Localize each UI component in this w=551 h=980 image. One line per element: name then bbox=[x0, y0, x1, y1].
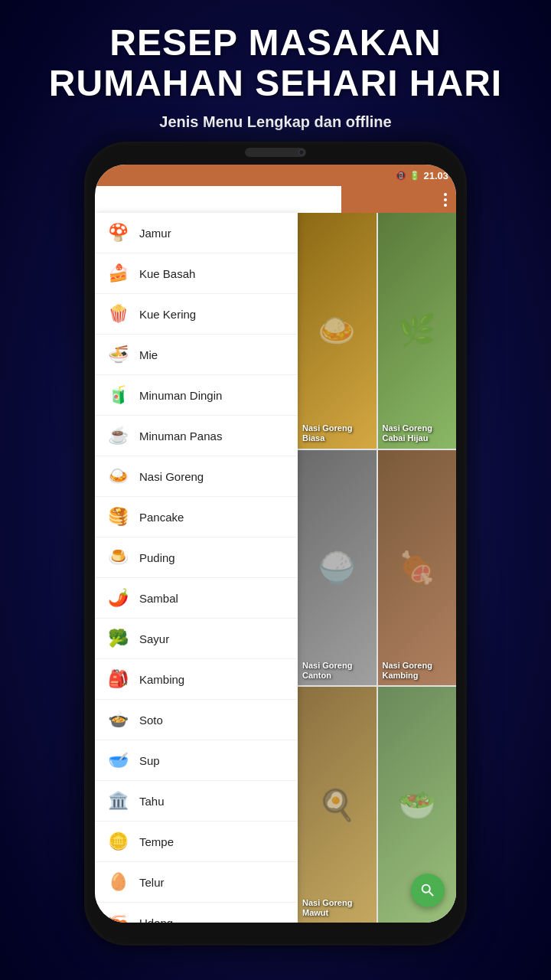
menu-item-nasi-goreng[interactable]: 🍛 Nasi Goreng bbox=[95, 456, 298, 497]
food-emoji-nasi-goreng-biasa: 🍛 bbox=[298, 213, 377, 449]
menu-label-kambing: Kambing bbox=[139, 673, 184, 686]
menu-icon-mie: 🍜 bbox=[106, 342, 130, 367]
food-emoji-nasi-goreng-cabai-hijau: 🌿 bbox=[378, 213, 457, 449]
menu-label-tempe: Tempe bbox=[139, 835, 174, 848]
menu-icon-minuman-panas: ☕ bbox=[106, 423, 130, 448]
main-title: RESEP MASAKAN RUMAHAN SEHARI HARI bbox=[15, 23, 536, 104]
phone-camera bbox=[298, 149, 305, 155]
menu-item-minuman-panas[interactable]: ☕ Minuman Panas bbox=[95, 416, 298, 456]
menu-label-sup: Sup bbox=[139, 754, 160, 767]
page-background: RESEP MASAKAN RUMAHAN SEHARI HARI Jenis … bbox=[0, 0, 551, 139]
food-card-nasi-goreng-kambing[interactable]: 🍖 Nasi Goreng Kambing bbox=[378, 450, 457, 686]
menu-icon-tempe: 🪙 bbox=[106, 829, 130, 854]
menu-label-minuman-panas: Minuman Panas bbox=[139, 430, 222, 443]
subtitle: Jenis Menu Lengkap dan offline bbox=[15, 113, 536, 131]
menu-item-minuman-dingin[interactable]: 🧃 Minuman Dingin bbox=[95, 375, 298, 416]
menu-label-jamur: Jamur bbox=[139, 227, 171, 240]
menu-icon-sayur: 🥦 bbox=[106, 626, 130, 651]
food-card-grid: 🍛 Nasi Goreng Biasa 🌿 Nasi Goreng Cabai … bbox=[298, 213, 456, 923]
phone-screen: 📵 🔋 21.03 🍄 Jamur 🍰 Kue bbox=[95, 165, 456, 923]
left-menu-drawer: 🍄 Jamur 🍰 Kue Basah 🍿 Kue Kering 🍜 Mie 🧃… bbox=[95, 213, 298, 923]
status-bar: 📵 🔋 21.03 bbox=[341, 165, 456, 186]
time-display: 21.03 bbox=[423, 170, 448, 181]
three-dot-icon[interactable] bbox=[444, 193, 447, 207]
app-header-left bbox=[95, 165, 341, 186]
food-card-label-nasi-goreng-kambing: Nasi Goreng Kambing bbox=[383, 661, 452, 681]
content-area: 🍄 Jamur 🍰 Kue Basah 🍿 Kue Kering 🍜 Mie 🧃… bbox=[95, 213, 456, 923]
menu-item-sup[interactable]: 🥣 Sup bbox=[95, 740, 298, 781]
menu-icon-sup: 🥣 bbox=[106, 748, 130, 773]
menu-list: 🍄 Jamur 🍰 Kue Basah 🍿 Kue Kering 🍜 Mie 🧃… bbox=[95, 213, 298, 923]
food-card-nasi-goreng-mawut[interactable]: 🍳 Nasi Goreng Mawut bbox=[298, 687, 377, 923]
menu-icon-minuman-dingin: 🧃 bbox=[106, 383, 130, 407]
food-card-label-nasi-goreng-biasa: Nasi Goreng Biasa bbox=[302, 423, 372, 443]
food-card-label-nasi-goreng-canton: Nasi Goreng Canton bbox=[302, 661, 372, 681]
menu-label-udang: Udang bbox=[139, 916, 173, 923]
menu-icon-pancake: 🥞 bbox=[106, 505, 130, 529]
menu-label-tahu: Tahu bbox=[139, 795, 165, 808]
menu-item-kue-kering[interactable]: 🍿 Kue Kering bbox=[95, 294, 298, 335]
menu-item-pancake[interactable]: 🥞 Pancake bbox=[95, 497, 298, 537]
search-fab[interactable] bbox=[411, 874, 445, 907]
menu-item-sambal[interactable]: 🌶️ Sambal bbox=[95, 578, 298, 619]
food-emoji-nasi-goreng-kambing: 🍖 bbox=[378, 450, 457, 686]
food-emoji-nasi-goreng-canton: 🍚 bbox=[298, 450, 377, 686]
menu-label-mie: Mie bbox=[139, 348, 158, 361]
menu-label-minuman-dingin: Minuman Dingin bbox=[139, 389, 222, 402]
menu-label-soto: Soto bbox=[139, 714, 163, 727]
menu-icon-nasi-goreng: 🍛 bbox=[106, 464, 130, 488]
menu-item-kambing[interactable]: 🎒 Kambing bbox=[95, 659, 298, 700]
menu-icon-jamur: 🍄 bbox=[106, 220, 130, 245]
menu-icon-telur: 🥚 bbox=[106, 870, 130, 894]
menu-icon-soto: 🍲 bbox=[106, 707, 130, 732]
search-icon bbox=[419, 882, 436, 899]
menu-label-telur: Telur bbox=[139, 876, 165, 889]
food-emoji-nasi-goreng-mawut: 🍳 bbox=[298, 687, 377, 923]
food-card-nasi-goreng-biasa[interactable]: 🍛 Nasi Goreng Biasa bbox=[298, 213, 377, 449]
overflow-menu[interactable] bbox=[341, 186, 456, 213]
menu-icon-kambing: 🎒 bbox=[106, 667, 130, 691]
menu-item-mie[interactable]: 🍜 Mie bbox=[95, 335, 298, 375]
menu-icon-tahu: 🏛️ bbox=[106, 789, 130, 813]
menu-label-sambal: Sambal bbox=[139, 592, 178, 605]
menu-icon-udang: 🦐 bbox=[106, 910, 130, 923]
menu-item-kue-basah[interactable]: 🍰 Kue Basah bbox=[95, 253, 298, 294]
menu-icon-puding: 🍮 bbox=[106, 545, 130, 570]
menu-label-puding: Puding bbox=[139, 551, 175, 564]
phone-speaker bbox=[245, 148, 306, 157]
food-card-label-nasi-goreng-cabai-hijau: Nasi Goreng Cabai Hijau bbox=[383, 423, 452, 443]
signal-icon: 📵 bbox=[396, 171, 406, 181]
menu-item-soto[interactable]: 🍲 Soto bbox=[95, 700, 298, 740]
header-section: RESEP MASAKAN RUMAHAN SEHARI HARI Jenis … bbox=[0, 0, 551, 139]
right-food-grid: 🍛 Nasi Goreng Biasa 🌿 Nasi Goreng Cabai … bbox=[298, 213, 456, 923]
menu-label-nasi-goreng: Nasi Goreng bbox=[139, 470, 204, 483]
menu-item-udang[interactable]: 🦐 Udang bbox=[95, 903, 298, 923]
menu-icon-kue-kering: 🍿 bbox=[106, 302, 130, 326]
food-card-nasi-goreng-cabai-hijau[interactable]: 🌿 Nasi Goreng Cabai Hijau bbox=[378, 213, 457, 449]
menu-icon-kue-basah: 🍰 bbox=[106, 261, 130, 286]
food-card-nasi-goreng-canton[interactable]: 🍚 Nasi Goreng Canton bbox=[298, 450, 377, 686]
menu-item-puding[interactable]: 🍮 Puding bbox=[95, 537, 298, 578]
menu-label-kue-kering: Kue Kering bbox=[139, 308, 196, 321]
menu-item-tempe[interactable]: 🪙 Tempe bbox=[95, 822, 298, 862]
menu-item-telur[interactable]: 🥚 Telur bbox=[95, 862, 298, 903]
battery-icon: 🔋 bbox=[409, 171, 420, 181]
menu-label-pancake: Pancake bbox=[139, 511, 184, 524]
menu-label-kue-basah: Kue Basah bbox=[139, 267, 195, 280]
menu-icon-sambal: 🌶️ bbox=[106, 586, 130, 610]
menu-item-sayur[interactable]: 🥦 Sayur bbox=[95, 619, 298, 659]
phone-frame: 📵 🔋 21.03 🍄 Jamur 🍰 Kue bbox=[84, 142, 467, 946]
menu-item-jamur[interactable]: 🍄 Jamur bbox=[95, 213, 298, 253]
food-card-label-nasi-goreng-mawut: Nasi Goreng Mawut bbox=[302, 898, 372, 918]
menu-item-tahu[interactable]: 🏛️ Tahu bbox=[95, 781, 298, 822]
menu-label-sayur: Sayur bbox=[139, 632, 169, 645]
